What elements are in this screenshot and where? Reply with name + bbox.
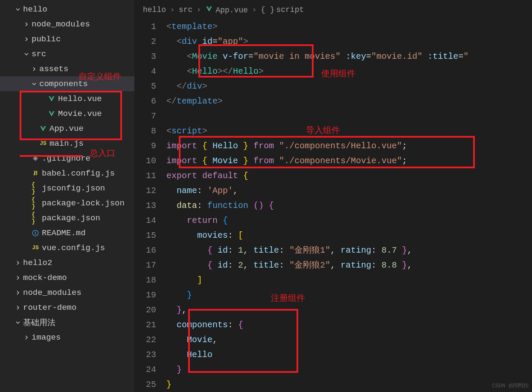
tree-item-readme-md[interactable]: iREADME.md <box>0 225 134 240</box>
code-line[interactable]: } <box>166 288 532 303</box>
tree-item-label: App.vue <box>49 124 84 133</box>
tree-item-label: vue.config.js <box>42 243 105 253</box>
chevron-down-icon[interactable] <box>15 6 21 13</box>
line-number: 23 <box>134 347 156 362</box>
tree-item-package-json[interactable]: { }package.json <box>0 210 134 225</box>
code-line[interactable]: ] <box>166 273 532 288</box>
code-line[interactable]: <template> <box>166 19 532 34</box>
code-line[interactable]: </template> <box>166 94 532 109</box>
code-line[interactable]: Movie, <box>166 332 532 347</box>
code-line[interactable]: Hello <box>166 347 532 362</box>
line-number: 12 <box>134 183 156 198</box>
chevron-right-icon[interactable] <box>23 36 30 43</box>
breadcrumb-item[interactable]: { }script <box>261 6 304 14</box>
annotation-register-component: 注册组件 <box>271 292 305 304</box>
chevron-right-icon[interactable] <box>15 304 21 311</box>
annotation-use-component: 使用组件 <box>321 68 355 79</box>
code-line[interactable]: <div id="app"> <box>166 34 532 49</box>
breadcrumbs[interactable]: hellosrcApp.vue{ }script <box>134 0 532 19</box>
breadcrumb-item[interactable]: src <box>179 6 192 14</box>
code-line[interactable]: } <box>166 362 532 377</box>
vue-icon <box>205 5 213 13</box>
json-icon: { } <box>32 199 39 207</box>
line-number: 4 <box>134 64 156 79</box>
tree-item-src[interactable]: src <box>0 46 134 61</box>
chevron-right-icon[interactable] <box>31 66 38 72</box>
tree-item-label: babel.config.js <box>42 169 115 178</box>
line-number: 3 <box>134 49 156 64</box>
breadcrumb-item[interactable]: hello <box>143 6 166 14</box>
breadcrumb-item[interactable]: App.vue <box>205 5 248 14</box>
tree-item-hello2[interactable]: hello2 <box>0 255 134 270</box>
code-line[interactable]: movies: [ <box>166 228 532 243</box>
tree-item-images[interactable]: images <box>0 330 134 345</box>
vue-icon <box>48 110 55 118</box>
code-line[interactable]: export default { <box>166 168 532 183</box>
code-line[interactable]: } <box>166 377 532 392</box>
tree-item-movie-vue[interactable]: Movie.vue <box>0 106 134 121</box>
chevron-right-icon[interactable] <box>15 274 21 281</box>
code-line[interactable]: import { Movie } from "./components/Movi… <box>166 153 532 168</box>
code-line[interactable]: }, <box>166 303 532 317</box>
tree-item-package-lock-json[interactable]: { }package-lock.json <box>0 196 134 210</box>
tree-item-vue-config-js[interactable]: JSvue.config.js <box>0 240 134 255</box>
chevron-down-icon[interactable] <box>31 81 38 87</box>
tree-item-hello-vue[interactable]: Hello.vue <box>0 91 134 106</box>
chevron-right-icon[interactable] <box>23 21 30 28</box>
chevron-right-icon <box>252 6 256 14</box>
code-line[interactable]: <Movie v-for="movie in movies" :key="mov… <box>166 49 532 64</box>
code-line[interactable]: { id: 2, title: "金刚狼2", rating: 8.8 }, <box>166 258 532 273</box>
line-number: 22 <box>134 332 156 347</box>
tree-item-mock-demo[interactable]: mock-demo <box>0 270 134 285</box>
line-number: 17 <box>134 258 156 273</box>
code-line[interactable]: data: function () { <box>166 198 532 213</box>
chevron-right-icon[interactable] <box>23 334 30 341</box>
tree-item-label: README.md <box>42 228 86 238</box>
line-number: 13 <box>134 198 156 213</box>
tree-item-label: package.json <box>42 213 100 223</box>
chevron-right-icon[interactable] <box>15 289 21 296</box>
tree-item-node-modules[interactable]: node_modules <box>0 17 134 32</box>
tree-item-label: Hello.vue <box>58 94 102 104</box>
code-line[interactable]: components: { <box>166 317 532 332</box>
code-line[interactable]: name: 'App', <box>166 183 532 198</box>
tree-item-hello[interactable]: hello <box>0 2 134 17</box>
code-line[interactable]: <script> <box>166 124 532 138</box>
json-icon: { } <box>32 214 39 222</box>
tree-item-----[interactable]: 基础用法 <box>0 315 134 330</box>
line-number: 9 <box>134 138 156 153</box>
tree-item-label: mock-demo <box>23 273 67 282</box>
line-number: 18 <box>134 273 156 288</box>
babel-icon: B <box>32 170 39 177</box>
tree-item-label: jsconfig.json <box>42 184 105 193</box>
editor-pane: hellosrcApp.vue{ }script 123456789101112… <box>134 0 532 392</box>
tree-item-app-vue[interactable]: App.vue <box>0 121 134 136</box>
code-line[interactable] <box>166 109 532 124</box>
code-line[interactable]: </div> <box>166 79 532 94</box>
line-number: 5 <box>134 79 156 94</box>
chevron-down-icon[interactable] <box>23 51 30 58</box>
tree-item-label: public <box>32 35 61 44</box>
code-line[interactable]: { id: 1, title: "金刚狼1", rating: 8.7 }, <box>166 243 532 258</box>
line-number: 20 <box>134 303 156 317</box>
tree-item-node-modules[interactable]: node_modules <box>0 285 134 300</box>
vue-icon <box>48 95 55 103</box>
braces-icon: { } <box>261 6 274 14</box>
info-icon: i <box>32 229 39 237</box>
tree-item-label: hello <box>23 5 47 14</box>
chevron-right-icon[interactable] <box>15 259 21 266</box>
chevron-right-icon <box>170 6 174 14</box>
chevron-down-icon[interactable] <box>15 319 21 326</box>
code-line[interactable]: import { Hello } from "./components/Hell… <box>166 138 532 153</box>
line-number: 15 <box>134 228 156 243</box>
tree-item-router-demo[interactable]: router-demo <box>0 300 134 315</box>
tree-item-public[interactable]: public <box>0 32 134 46</box>
json-icon: { } <box>32 184 39 192</box>
code-line[interactable]: return { <box>166 213 532 228</box>
tree-item-babel-config-js[interactable]: Bbabel.config.js <box>0 166 134 181</box>
line-number: 8 <box>134 124 156 138</box>
tree-item-label: router-demo <box>23 303 76 312</box>
tree-item-label: assets <box>39 64 68 74</box>
watermark: CSDN @鸡鸭扣 <box>492 382 529 389</box>
tree-item-jsconfig-json[interactable]: { }jsconfig.json <box>0 181 134 196</box>
